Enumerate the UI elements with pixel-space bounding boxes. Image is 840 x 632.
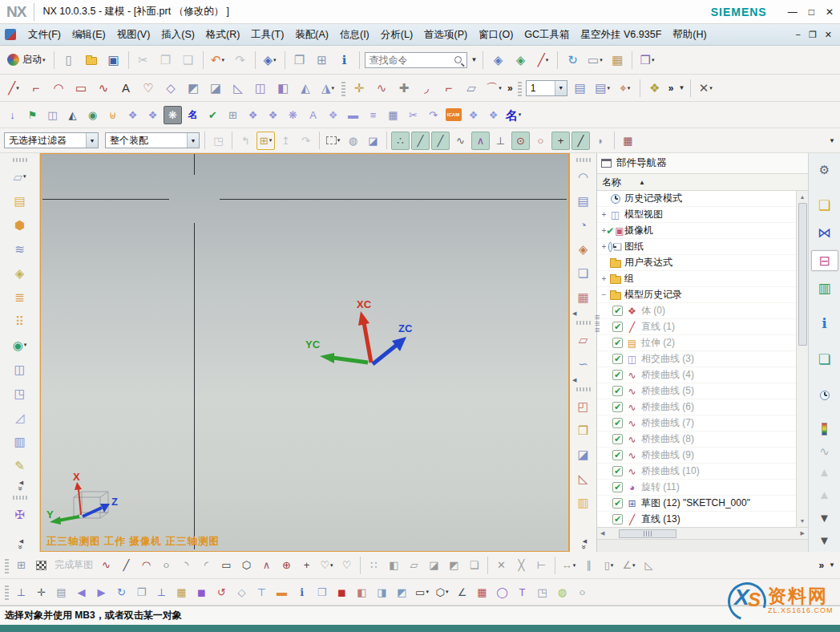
- snap-normal-button[interactable]: ⊥: [491, 132, 510, 150]
- assembly-cube-button[interactable]: ◳: [209, 132, 228, 150]
- project-2-button[interactable]: ◪: [425, 556, 443, 574]
- text-fancy-button[interactable]: T: [513, 583, 531, 602]
- assembly-navigator-tab[interactable]: ❏: [813, 195, 837, 216]
- display-plane-button[interactable]: ▱▾: [10, 166, 30, 187]
- sync-views-button[interactable]: ↻: [562, 50, 583, 71]
- rectangle-button[interactable]: ▭: [71, 78, 91, 99]
- drag-handle[interactable]: [576, 387, 591, 391]
- checkbox-revolve-11[interactable]: ✔: [612, 482, 623, 492]
- book-window-button[interactable]: ❒: [313, 583, 331, 602]
- snap-point-button[interactable]: ⊞▾: [256, 132, 275, 150]
- navigator-vertical-scrollbar[interactable]: ▲ ▼: [796, 191, 808, 527]
- tree-item-bridge-curve-7[interactable]: ✔∿桥接曲线 (7): [597, 415, 796, 431]
- web-browser-tab[interactable]: ❏: [813, 349, 837, 370]
- open-button[interactable]: [81, 50, 102, 71]
- command-search-input[interactable]: [365, 55, 454, 66]
- tree-item-bridge-curve-5[interactable]: ✔∿桥接曲线 (5): [597, 383, 796, 399]
- toolbar-expand-arrows[interactable]: ◀»: [16, 538, 23, 549]
- return-view-button[interactable]: ↷: [424, 106, 442, 124]
- checkbox-body-0[interactable]: ✔: [612, 306, 623, 316]
- snap-center-button[interactable]: ⊙: [511, 132, 530, 150]
- mirror-curve-button[interactable]: ◫: [250, 78, 271, 99]
- fillet-button[interactable]: ◞: [416, 78, 437, 99]
- shade-ingot-button[interactable]: ▬: [273, 583, 291, 602]
- measure-box-button[interactable]: ▦: [172, 583, 191, 602]
- globe-button[interactable]: ◍: [344, 132, 362, 150]
- sketch-point-button[interactable]: +: [297, 556, 316, 574]
- corner-sheet-button[interactable]: ◰: [573, 395, 594, 416]
- wire-box-button[interactable]: ◳: [533, 583, 551, 602]
- sketch-circle-button[interactable]: ○: [157, 556, 176, 574]
- menu-item-10[interactable]: 窗口(O): [473, 24, 519, 45]
- menu-item-6[interactable]: 装配(A): [289, 24, 334, 45]
- up-one-button[interactable]: ↥: [277, 132, 295, 150]
- swept-surface-button[interactable]: ◔: [573, 214, 594, 235]
- derived-lines-button[interactable]: ❏: [465, 556, 483, 574]
- section-curve-button[interactable]: ◺: [228, 78, 248, 99]
- show-names-button[interactable]: 名: [184, 106, 202, 124]
- sketch-line-button[interactable]: ╱: [117, 556, 135, 574]
- slab-stack-button[interactable]: ▥: [10, 431, 30, 452]
- undo-button[interactable]: ↶▾: [208, 50, 228, 71]
- open-book-button[interactable]: ▤: [10, 190, 30, 211]
- cup-button[interactable]: ⊎: [103, 106, 122, 124]
- mdi-close-button[interactable]: ✕: [825, 30, 832, 40]
- snap-curve-button[interactable]: ∿: [451, 132, 470, 150]
- rapid-dimension-button[interactable]: ↔▾: [559, 556, 578, 574]
- menu-item-1[interactable]: 编辑(E): [67, 24, 111, 45]
- view-widget-c-button[interactable]: ❖: [244, 106, 262, 124]
- save-button[interactable]: ▣: [103, 50, 124, 71]
- hd3d-tools-tab[interactable]: ℹ: [813, 314, 837, 334]
- checkbox-bridge-curve-5[interactable]: ✔: [612, 386, 623, 396]
- cut-button[interactable]: ✂: [133, 50, 154, 71]
- drag-handle[interactable]: [576, 321, 591, 325]
- marquee-button[interactable]: ▾: [324, 132, 342, 150]
- scroll-up-icon[interactable]: ▲: [800, 191, 806, 203]
- drag-handle[interactable]: [13, 158, 27, 162]
- spline-2-button[interactable]: ∿: [371, 78, 392, 99]
- sketch-arc-button[interactable]: ◠: [137, 556, 155, 574]
- export-flag-button[interactable]: ⚑: [23, 106, 42, 124]
- paste-face-button[interactable]: ↓: [3, 106, 22, 124]
- intersect-2-button[interactable]: ◩: [445, 556, 463, 574]
- checkbox-bridge-curve-7[interactable]: ✔: [612, 418, 623, 428]
- shaded-edges-button[interactable]: ❋: [164, 106, 182, 124]
- sketch-ellipse-button[interactable]: ⊕: [277, 556, 296, 574]
- command-search-box[interactable]: [365, 52, 467, 68]
- sheet-button[interactable]: ▱: [461, 78, 482, 99]
- move-component-button[interactable]: ❖: [644, 78, 665, 99]
- sketch-env-button[interactable]: ⊞: [12, 556, 30, 574]
- trim-pin-button[interactable]: ✎: [10, 455, 30, 476]
- grid-snap-button[interactable]: ▦: [619, 132, 637, 150]
- cage-cube-button[interactable]: ◳: [10, 383, 30, 403]
- sketch-polygon-button[interactable]: ⬡: [237, 556, 256, 574]
- menu-item-12[interactable]: 星空外挂 V6.935F: [575, 24, 668, 45]
- bridge-curve-button[interactable]: ⌒▾: [483, 78, 504, 99]
- toolbar-expand-arrows[interactable]: ◀»: [580, 538, 587, 549]
- slab-view-button[interactable]: ▬: [344, 106, 362, 124]
- purple-cube-button[interactable]: ◼: [192, 583, 211, 602]
- snap-face-button[interactable]: ◗: [592, 132, 610, 150]
- big-circle-button[interactable]: ○: [573, 583, 592, 602]
- mirror-curve-2-button[interactable]: ◧: [385, 556, 403, 574]
- snap-endpoint-button[interactable]: ╱: [411, 132, 430, 150]
- minimize-button[interactable]: —: [788, 6, 798, 18]
- palette-bottom-button[interactable]: ▼: [814, 531, 835, 550]
- menu-item-9[interactable]: 首选项(P): [418, 24, 473, 45]
- menu-item-7[interactable]: 信息(I): [334, 24, 375, 45]
- sketch-spline-button[interactable]: ∿: [97, 556, 115, 574]
- checkbox-bridge-curve-4[interactable]: ✔: [612, 370, 623, 380]
- show-constraint-button[interactable]: ∠▾: [620, 556, 638, 574]
- tree-item-model-views[interactable]: +◫模型视图: [597, 207, 796, 223]
- drag-handle[interactable]: [5, 584, 9, 600]
- move-pair-b-button[interactable]: ❖: [484, 106, 503, 124]
- cross-cube-button[interactable]: ✠: [10, 504, 30, 525]
- tree-item-extrude-2[interactable]: ✔▤拉伸 (2): [597, 335, 796, 351]
- expander-model-views[interactable]: +: [600, 210, 608, 219]
- menu-item-11[interactable]: GC工具箱: [519, 24, 575, 45]
- info-cube-button[interactable]: ℹ: [293, 583, 311, 602]
- info-window-button[interactable]: ℹ: [334, 50, 355, 71]
- scroll-right-icon[interactable]: ▶: [798, 530, 808, 537]
- checkbox-extrude-2[interactable]: ✔: [612, 338, 623, 348]
- prev-selection-button[interactable]: ↰: [236, 132, 255, 150]
